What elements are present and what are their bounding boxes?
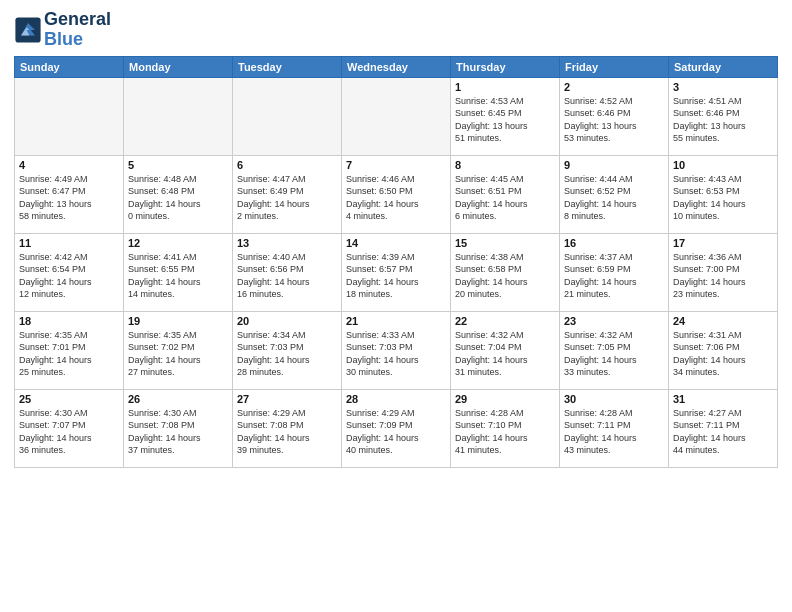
weekday-row: SundayMondayTuesdayWednesdayThursdayFrid… bbox=[15, 56, 778, 77]
day-info: Sunrise: 4:49 AMSunset: 6:47 PMDaylight:… bbox=[19, 173, 119, 223]
logo-icon bbox=[14, 16, 42, 44]
day-number: 25 bbox=[19, 393, 119, 405]
calendar-cell: 27Sunrise: 4:29 AMSunset: 7:08 PMDayligh… bbox=[233, 389, 342, 467]
day-info: Sunrise: 4:29 AMSunset: 7:08 PMDaylight:… bbox=[237, 407, 337, 457]
calendar-cell: 5Sunrise: 4:48 AMSunset: 6:48 PMDaylight… bbox=[124, 155, 233, 233]
day-number: 24 bbox=[673, 315, 773, 327]
calendar-cell bbox=[124, 77, 233, 155]
day-info: Sunrise: 4:46 AMSunset: 6:50 PMDaylight:… bbox=[346, 173, 446, 223]
day-number: 26 bbox=[128, 393, 228, 405]
day-number: 3 bbox=[673, 81, 773, 93]
calendar-cell bbox=[15, 77, 124, 155]
day-number: 23 bbox=[564, 315, 664, 327]
calendar-cell: 30Sunrise: 4:28 AMSunset: 7:11 PMDayligh… bbox=[560, 389, 669, 467]
day-number: 9 bbox=[564, 159, 664, 171]
calendar-cell: 20Sunrise: 4:34 AMSunset: 7:03 PMDayligh… bbox=[233, 311, 342, 389]
calendar-cell: 15Sunrise: 4:38 AMSunset: 6:58 PMDayligh… bbox=[451, 233, 560, 311]
day-number: 21 bbox=[346, 315, 446, 327]
calendar-cell: 14Sunrise: 4:39 AMSunset: 6:57 PMDayligh… bbox=[342, 233, 451, 311]
logo-line2: Blue bbox=[44, 29, 83, 49]
day-info: Sunrise: 4:47 AMSunset: 6:49 PMDaylight:… bbox=[237, 173, 337, 223]
calendar-cell: 22Sunrise: 4:32 AMSunset: 7:04 PMDayligh… bbox=[451, 311, 560, 389]
day-info: Sunrise: 4:32 AMSunset: 7:05 PMDaylight:… bbox=[564, 329, 664, 379]
day-info: Sunrise: 4:29 AMSunset: 7:09 PMDaylight:… bbox=[346, 407, 446, 457]
weekday-header-thursday: Thursday bbox=[451, 56, 560, 77]
day-info: Sunrise: 4:32 AMSunset: 7:04 PMDaylight:… bbox=[455, 329, 555, 379]
logo: General Blue bbox=[14, 10, 111, 50]
calendar-week-2: 4Sunrise: 4:49 AMSunset: 6:47 PMDaylight… bbox=[15, 155, 778, 233]
calendar-cell: 1Sunrise: 4:53 AMSunset: 6:45 PMDaylight… bbox=[451, 77, 560, 155]
calendar-cell: 4Sunrise: 4:49 AMSunset: 6:47 PMDaylight… bbox=[15, 155, 124, 233]
day-number: 14 bbox=[346, 237, 446, 249]
day-number: 27 bbox=[237, 393, 337, 405]
day-number: 12 bbox=[128, 237, 228, 249]
calendar-cell: 13Sunrise: 4:40 AMSunset: 6:56 PMDayligh… bbox=[233, 233, 342, 311]
header: General Blue bbox=[14, 10, 778, 50]
day-number: 5 bbox=[128, 159, 228, 171]
day-number: 30 bbox=[564, 393, 664, 405]
calendar-body: 1Sunrise: 4:53 AMSunset: 6:45 PMDaylight… bbox=[15, 77, 778, 467]
calendar-week-4: 18Sunrise: 4:35 AMSunset: 7:01 PMDayligh… bbox=[15, 311, 778, 389]
day-info: Sunrise: 4:36 AMSunset: 7:00 PMDaylight:… bbox=[673, 251, 773, 301]
calendar-cell: 7Sunrise: 4:46 AMSunset: 6:50 PMDaylight… bbox=[342, 155, 451, 233]
calendar-cell: 26Sunrise: 4:30 AMSunset: 7:08 PMDayligh… bbox=[124, 389, 233, 467]
calendar-cell: 19Sunrise: 4:35 AMSunset: 7:02 PMDayligh… bbox=[124, 311, 233, 389]
calendar-cell: 18Sunrise: 4:35 AMSunset: 7:01 PMDayligh… bbox=[15, 311, 124, 389]
calendar-cell: 12Sunrise: 4:41 AMSunset: 6:55 PMDayligh… bbox=[124, 233, 233, 311]
calendar-cell: 31Sunrise: 4:27 AMSunset: 7:11 PMDayligh… bbox=[669, 389, 778, 467]
day-info: Sunrise: 4:45 AMSunset: 6:51 PMDaylight:… bbox=[455, 173, 555, 223]
day-number: 16 bbox=[564, 237, 664, 249]
calendar-cell: 9Sunrise: 4:44 AMSunset: 6:52 PMDaylight… bbox=[560, 155, 669, 233]
day-number: 17 bbox=[673, 237, 773, 249]
day-info: Sunrise: 4:33 AMSunset: 7:03 PMDaylight:… bbox=[346, 329, 446, 379]
calendar-cell: 6Sunrise: 4:47 AMSunset: 6:49 PMDaylight… bbox=[233, 155, 342, 233]
calendar-cell: 2Sunrise: 4:52 AMSunset: 6:46 PMDaylight… bbox=[560, 77, 669, 155]
calendar-cell bbox=[233, 77, 342, 155]
day-info: Sunrise: 4:53 AMSunset: 6:45 PMDaylight:… bbox=[455, 95, 555, 145]
day-number: 6 bbox=[237, 159, 337, 171]
calendar-cell: 11Sunrise: 4:42 AMSunset: 6:54 PMDayligh… bbox=[15, 233, 124, 311]
day-number: 28 bbox=[346, 393, 446, 405]
day-info: Sunrise: 4:30 AMSunset: 7:08 PMDaylight:… bbox=[128, 407, 228, 457]
day-info: Sunrise: 4:41 AMSunset: 6:55 PMDaylight:… bbox=[128, 251, 228, 301]
day-info: Sunrise: 4:38 AMSunset: 6:58 PMDaylight:… bbox=[455, 251, 555, 301]
calendar-week-3: 11Sunrise: 4:42 AMSunset: 6:54 PMDayligh… bbox=[15, 233, 778, 311]
day-number: 10 bbox=[673, 159, 773, 171]
weekday-header-tuesday: Tuesday bbox=[233, 56, 342, 77]
day-info: Sunrise: 4:43 AMSunset: 6:53 PMDaylight:… bbox=[673, 173, 773, 223]
day-info: Sunrise: 4:39 AMSunset: 6:57 PMDaylight:… bbox=[346, 251, 446, 301]
calendar-week-1: 1Sunrise: 4:53 AMSunset: 6:45 PMDaylight… bbox=[15, 77, 778, 155]
day-info: Sunrise: 4:35 AMSunset: 7:01 PMDaylight:… bbox=[19, 329, 119, 379]
day-number: 18 bbox=[19, 315, 119, 327]
day-number: 15 bbox=[455, 237, 555, 249]
page: General Blue SundayMondayTuesdayWednesda… bbox=[0, 0, 792, 612]
calendar-cell: 10Sunrise: 4:43 AMSunset: 6:53 PMDayligh… bbox=[669, 155, 778, 233]
day-number: 2 bbox=[564, 81, 664, 93]
logo-line1: General bbox=[44, 10, 111, 30]
day-info: Sunrise: 4:28 AMSunset: 7:10 PMDaylight:… bbox=[455, 407, 555, 457]
day-info: Sunrise: 4:34 AMSunset: 7:03 PMDaylight:… bbox=[237, 329, 337, 379]
day-info: Sunrise: 4:30 AMSunset: 7:07 PMDaylight:… bbox=[19, 407, 119, 457]
weekday-header-saturday: Saturday bbox=[669, 56, 778, 77]
day-info: Sunrise: 4:27 AMSunset: 7:11 PMDaylight:… bbox=[673, 407, 773, 457]
calendar-cell: 25Sunrise: 4:30 AMSunset: 7:07 PMDayligh… bbox=[15, 389, 124, 467]
weekday-header-monday: Monday bbox=[124, 56, 233, 77]
day-number: 11 bbox=[19, 237, 119, 249]
weekday-header-wednesday: Wednesday bbox=[342, 56, 451, 77]
day-number: 29 bbox=[455, 393, 555, 405]
day-info: Sunrise: 4:28 AMSunset: 7:11 PMDaylight:… bbox=[564, 407, 664, 457]
day-info: Sunrise: 4:37 AMSunset: 6:59 PMDaylight:… bbox=[564, 251, 664, 301]
calendar-cell: 17Sunrise: 4:36 AMSunset: 7:00 PMDayligh… bbox=[669, 233, 778, 311]
day-info: Sunrise: 4:31 AMSunset: 7:06 PMDaylight:… bbox=[673, 329, 773, 379]
calendar-header: SundayMondayTuesdayWednesdayThursdayFrid… bbox=[15, 56, 778, 77]
day-number: 4 bbox=[19, 159, 119, 171]
calendar-cell: 23Sunrise: 4:32 AMSunset: 7:05 PMDayligh… bbox=[560, 311, 669, 389]
calendar-cell: 29Sunrise: 4:28 AMSunset: 7:10 PMDayligh… bbox=[451, 389, 560, 467]
day-info: Sunrise: 4:48 AMSunset: 6:48 PMDaylight:… bbox=[128, 173, 228, 223]
day-info: Sunrise: 4:42 AMSunset: 6:54 PMDaylight:… bbox=[19, 251, 119, 301]
calendar-cell: 24Sunrise: 4:31 AMSunset: 7:06 PMDayligh… bbox=[669, 311, 778, 389]
day-info: Sunrise: 4:52 AMSunset: 6:46 PMDaylight:… bbox=[564, 95, 664, 145]
weekday-header-sunday: Sunday bbox=[15, 56, 124, 77]
calendar-cell: 28Sunrise: 4:29 AMSunset: 7:09 PMDayligh… bbox=[342, 389, 451, 467]
logo-text: General Blue bbox=[44, 10, 111, 50]
